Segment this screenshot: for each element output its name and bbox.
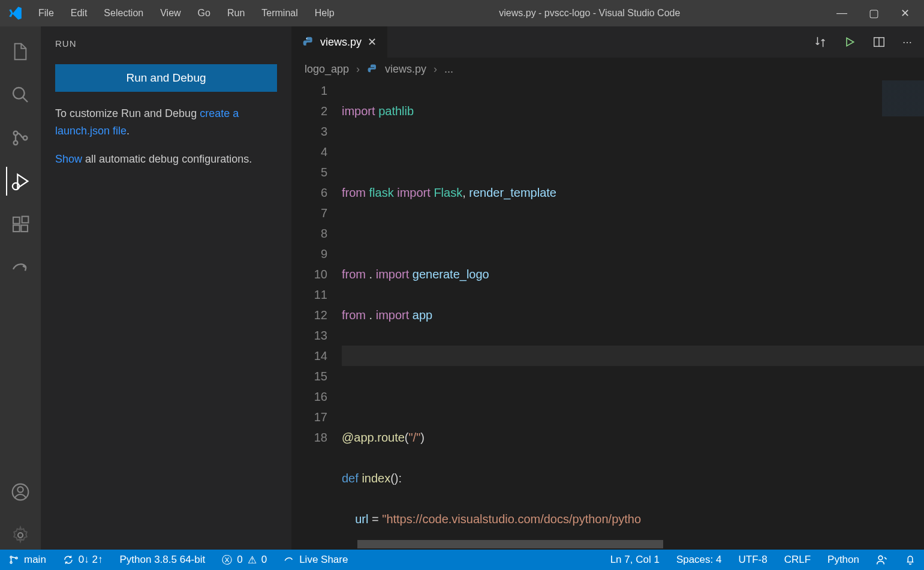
warning-icon: ⚠: [248, 554, 257, 566]
show-configs-link[interactable]: Show: [55, 153, 82, 165]
editor-area: views.py ✕ ⋯ logo_app › views.py › ... 1…: [291, 26, 924, 550]
sidebar-hint-1: To customize Run and Debug create a laun…: [55, 105, 277, 140]
breadcrumb-folder[interactable]: logo_app: [305, 63, 349, 76]
source-control-icon[interactable]: [6, 124, 35, 152]
svg-rect-6: [13, 225, 20, 232]
svg-point-16: [16, 557, 17, 559]
maximize-icon[interactable]: ▢: [869, 7, 879, 20]
svg-point-15: [10, 562, 12, 563]
editor-actions: ⋯: [814, 26, 924, 58]
sync-icon: [63, 554, 74, 565]
branch-icon: [8, 554, 19, 565]
status-spaces[interactable]: Spaces: 4: [668, 550, 730, 570]
window-title: views.py - pvscc-logo - Visual Studio Co…: [343, 8, 836, 19]
sidebar-hint-2: Show all automatic debug configurations.: [55, 151, 277, 168]
svg-point-0: [13, 88, 25, 99]
menu-run[interactable]: Run: [219, 8, 253, 19]
run-sidebar: RUN Run and Debug To customize Run and D…: [41, 26, 291, 550]
liveshare-icon: [284, 554, 294, 565]
status-feedback-icon[interactable]: [868, 550, 896, 570]
share-icon[interactable]: [6, 253, 35, 282]
breadcrumb-file[interactable]: views.py: [385, 63, 426, 76]
status-sync[interactable]: 0↓ 2↑: [55, 550, 112, 570]
menu-selection[interactable]: Selection: [95, 8, 152, 19]
svg-point-10: [17, 487, 23, 492]
chevron-right-icon: ›: [356, 63, 360, 76]
horizontal-scrollbar[interactable]: [291, 539, 924, 550]
svg-point-1: [14, 131, 18, 136]
menu-go[interactable]: Go: [189, 8, 219, 19]
chevron-right-icon: ›: [434, 63, 437, 76]
extensions-icon[interactable]: [6, 210, 35, 239]
code-editor[interactable]: 123456789101112131415161718 import pathl…: [291, 80, 924, 539]
run-file-icon[interactable]: [844, 36, 856, 48]
activity-bar: [0, 26, 41, 550]
python-file-icon: [367, 64, 378, 74]
more-actions-icon[interactable]: ⋯: [902, 37, 912, 48]
svg-point-2: [14, 141, 18, 145]
split-editor-icon[interactable]: [872, 35, 886, 49]
breadcrumb-more[interactable]: ...: [444, 63, 453, 76]
run-and-debug-button[interactable]: Run and Debug: [55, 64, 277, 92]
tab-views-py[interactable]: views.py ✕: [291, 26, 387, 58]
svg-rect-8: [22, 217, 29, 223]
status-encoding[interactable]: UTF-8: [730, 550, 775, 570]
menu-file[interactable]: File: [30, 8, 62, 19]
status-python[interactable]: Python 3.8.5 64-bit: [112, 550, 214, 570]
vscode-logo-icon: [0, 5, 30, 21]
title-bar: File Edit Selection View Go Run Terminal…: [0, 0, 924, 26]
run-debug-icon[interactable]: [6, 167, 35, 196]
tab-label: views.py: [320, 36, 362, 49]
svg-point-3: [23, 136, 28, 140]
menu-edit[interactable]: Edit: [62, 8, 96, 19]
error-icon: ⓧ: [222, 553, 232, 567]
scrollbar-thumb[interactable]: [357, 540, 663, 548]
python-file-icon: [302, 36, 314, 48]
line-gutter: 123456789101112131415161718: [291, 80, 342, 539]
svg-point-11: [18, 533, 23, 538]
status-problems[interactable]: ⓧ0 ⚠0: [213, 550, 275, 570]
menu-bar: File Edit Selection View Go Run Terminal…: [30, 8, 343, 19]
svg-point-12: [306, 38, 308, 39]
svg-point-14: [10, 556, 12, 558]
code-content[interactable]: import pathlib from flask import Flask, …: [342, 80, 924, 539]
menu-view[interactable]: View: [152, 8, 189, 19]
status-branch[interactable]: main: [0, 550, 55, 570]
window-controls: — ▢ ✕: [836, 7, 924, 20]
status-liveshare[interactable]: Live Share: [275, 550, 356, 570]
status-language[interactable]: Python: [819, 550, 868, 570]
svg-rect-7: [21, 225, 28, 232]
search-icon[interactable]: [6, 80, 35, 109]
editor-tabs: views.py ✕ ⋯: [291, 26, 924, 58]
breadcrumb[interactable]: logo_app › views.py › ...: [291, 58, 924, 80]
svg-rect-5: [13, 217, 20, 224]
menu-terminal[interactable]: Terminal: [253, 8, 306, 19]
status-cursor-pos[interactable]: Ln 7, Col 1: [602, 550, 668, 570]
status-bar: main 0↓ 2↑ Python 3.8.5 64-bit ⓧ0 ⚠0 Liv…: [0, 550, 924, 570]
tab-close-icon[interactable]: ✕: [368, 35, 377, 49]
close-icon[interactable]: ✕: [901, 7, 910, 20]
status-bell-icon[interactable]: [896, 550, 924, 570]
status-eol[interactable]: CRLF: [776, 550, 819, 570]
settings-gear-icon[interactable]: [6, 521, 35, 550]
menu-help[interactable]: Help: [306, 8, 343, 19]
compare-changes-icon[interactable]: [814, 35, 827, 49]
svg-point-17: [878, 556, 883, 560]
sidebar-header: RUN: [55, 38, 277, 49]
account-icon[interactable]: [6, 478, 35, 506]
explorer-icon[interactable]: [6, 37, 35, 66]
minimap[interactable]: [882, 80, 924, 200]
minimize-icon[interactable]: —: [836, 7, 847, 20]
